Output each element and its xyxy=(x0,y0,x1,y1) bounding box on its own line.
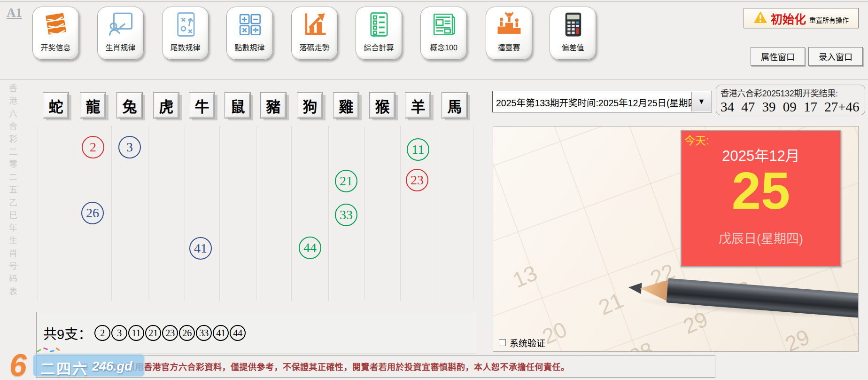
summary-number: 26 xyxy=(179,325,195,341)
today-date-card: 今天: 2025年12月 25 戊辰日(星期四) xyxy=(681,130,841,267)
summary-number: 2 xyxy=(94,325,110,341)
watermark-brand: 二四六 xyxy=(40,357,88,378)
grid-column-line xyxy=(75,126,75,301)
toolbar-button-point-rules[interactable]: 點數規律 xyxy=(226,7,273,60)
toolbar-button-concept-100[interactable]: 概念100 xyxy=(420,7,467,60)
grid-number-3: 3 xyxy=(118,136,141,158)
toolbar-button-label: 概念100 xyxy=(430,41,457,53)
watermark-six-logo: 6 xyxy=(9,347,27,380)
warning-icon xyxy=(753,11,767,26)
newspaper-icon xyxy=(430,7,457,40)
summary-number: 41 xyxy=(213,325,229,341)
trend-chart-icon xyxy=(301,7,328,40)
grid-column-line xyxy=(291,126,292,301)
zodiac-key-goat[interactable]: 羊 xyxy=(405,93,431,118)
toolbar-button-deviation[interactable]: 偏差值 xyxy=(550,7,596,60)
grid-number-44: 44 xyxy=(299,237,321,259)
books-icon xyxy=(42,7,70,40)
grid-number-23: 23 xyxy=(406,169,428,191)
grid-column-line xyxy=(148,126,148,301)
toolbar-button-zodiac-rules[interactable]: 生肖规律 xyxy=(97,7,144,60)
system-verify-label: 系统验证 xyxy=(510,336,545,349)
toolbar-button-label: 尾数规律 xyxy=(170,41,200,53)
toolbar-button-label: 开奖信息 xyxy=(40,41,70,53)
corner-label: A1 xyxy=(7,6,22,20)
latest-result-numbers: 34 47 39 09 17 27+46 xyxy=(721,99,860,115)
summary-number: 23 xyxy=(162,325,178,341)
watermark: 6 二四六 246.gd xyxy=(4,348,146,379)
zodiac-key-dog[interactable]: 狗 xyxy=(297,93,323,118)
grid-column-line xyxy=(473,126,473,301)
window-top-border xyxy=(0,1,868,1)
zodiac-key-snake[interactable]: 蛇 xyxy=(43,93,69,118)
lottery-app-window: A1 开奖信息 生肖规律 尾数规律 點數規律 xyxy=(0,0,868,380)
pencil-wood xyxy=(639,277,669,301)
toolbar-button-tail-rules[interactable]: 尾数规律 xyxy=(162,7,209,60)
draw-period-select[interactable]: 2025年第133期开奖时间:2025年12月25日(星期四) ▼ xyxy=(492,91,712,112)
zodiac-key-ox[interactable]: 牛 xyxy=(189,93,215,118)
zodiac-key-rooster[interactable]: 雞 xyxy=(333,93,359,118)
grid-column-line xyxy=(256,126,256,301)
initialize-sublabel: 重置所有操作 xyxy=(809,12,849,24)
confetti-icon xyxy=(55,347,60,351)
grid-number-2: 2 xyxy=(82,136,104,158)
zodiac-key-horse[interactable]: 馬 xyxy=(442,93,467,118)
calendar-panel: 13 20 21 22 29 28 22 29 今天: 2025年12月 25 … xyxy=(493,126,859,352)
strategy-icon xyxy=(172,7,199,40)
initialize-button[interactable]: 初始化 重置所有操作 xyxy=(744,8,859,28)
calendar-day-detail: 戊辰日(星期四) xyxy=(682,229,840,247)
zodiac-key-rabbit[interactable]: 兔 xyxy=(117,93,142,118)
grid-column-line xyxy=(400,126,401,301)
grid-number-41: 41 xyxy=(189,237,212,260)
math-grid-icon xyxy=(236,7,264,40)
properties-window-button[interactable]: 属性窗口 xyxy=(751,47,805,66)
toolbar-button-trend[interactable]: 落碼走勢 xyxy=(291,7,338,60)
toolbar-divider xyxy=(0,79,868,79)
draw-period-value: 2025年第133期开奖时间:2025年12月25日(星期四) xyxy=(496,91,692,113)
latest-result-box: 香港六合彩2025132期开奖结果: 34 47 39 09 17 27+46 xyxy=(716,85,865,115)
confetti-icon xyxy=(43,347,48,350)
podium-icon xyxy=(496,7,523,40)
toolbar-button-label: 生肖规律 xyxy=(105,41,135,53)
toolbar-button-label: 擂臺賽 xyxy=(497,41,520,53)
chevron-down-icon[interactable]: ▼ xyxy=(691,92,711,111)
summary-label: 共9支： xyxy=(43,323,92,343)
zodiac-key-dragon[interactable]: 龍 xyxy=(80,93,106,118)
disclaimer-text: ※ 以上內容引用香港官方六合彩資料，僅提供參考，不保證其正確性，閱覽者若用於投資… xyxy=(80,360,570,372)
toolbar-button-draw-info[interactable]: 开奖信息 xyxy=(32,7,79,60)
calendar-day: 25 xyxy=(682,165,840,217)
checklist-icon xyxy=(365,7,393,40)
summary-number: 44 xyxy=(230,325,246,341)
grid-number-21: 21 xyxy=(335,170,357,192)
latest-result-title: 香港六合彩2025132期开奖结果: xyxy=(721,87,860,99)
toolbar-button-composite-calc[interactable]: 綜合計算 xyxy=(356,7,402,60)
presentation-icon xyxy=(107,7,134,40)
grid-number-26: 26 xyxy=(81,202,104,224)
grid-column-line xyxy=(437,126,437,301)
grid-number-11: 11 xyxy=(407,138,429,161)
grid-column-line xyxy=(364,126,364,301)
toolbar-button-label: 點數規律 xyxy=(234,41,264,53)
zodiac-key-pig[interactable]: 豬 xyxy=(261,93,286,118)
entry-window-button[interactable]: 录入窗口 xyxy=(808,47,863,66)
summary-number: 3 xyxy=(111,325,127,341)
zodiac-key-tiger[interactable]: 虎 xyxy=(154,93,179,118)
toolbar-button-arena[interactable]: 擂臺賽 xyxy=(486,7,532,60)
grid-column-line xyxy=(38,126,38,301)
grid-column-line xyxy=(111,126,112,301)
toolbar-button-label: 綜合計算 xyxy=(364,41,394,53)
grid-column-line xyxy=(328,126,329,301)
confetti-icon xyxy=(37,349,41,353)
initialize-label: 初始化 xyxy=(771,10,806,27)
grid-column-line xyxy=(185,126,185,301)
system-verify-row: 系统验证 xyxy=(499,336,545,349)
summary-number: 33 xyxy=(196,325,212,341)
toolbar-button-label: 偏差值 xyxy=(561,41,584,53)
zodiac-key-rat[interactable]: 鼠 xyxy=(225,93,250,118)
confetti-icon xyxy=(50,350,54,352)
toolbar-button-label: 落碼走勢 xyxy=(299,41,329,53)
zodiac-key-monkey[interactable]: 猴 xyxy=(370,93,395,118)
watermark-domain: 246.gd xyxy=(92,359,132,374)
summary-number: 21 xyxy=(145,325,161,341)
system-verify-checkbox[interactable] xyxy=(499,339,506,346)
